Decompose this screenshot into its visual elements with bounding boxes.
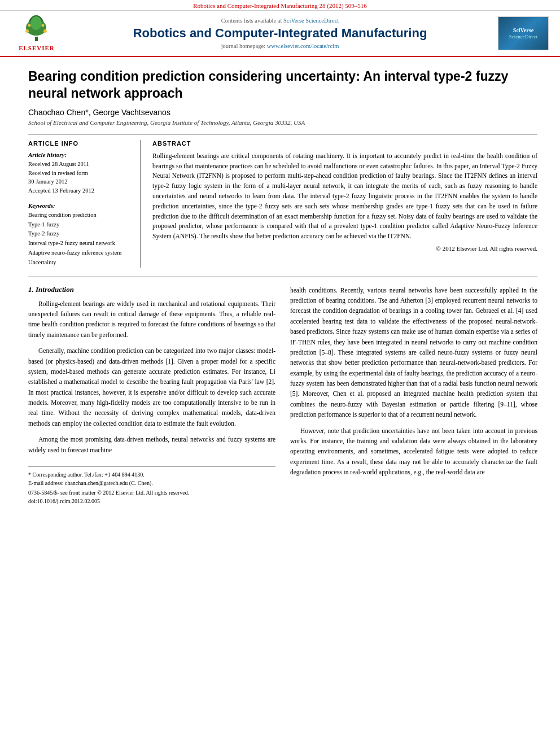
footnote-doi: doi:10.1016/j.rcim.2012.02.005 <box>28 498 275 504</box>
abstract-section: ABSTRACT Rolling-element bearings are cr… <box>152 140 537 268</box>
body-col-left: 1. Introduction Rolling-element bearings… <box>28 285 275 504</box>
svg-point-3 <box>30 16 42 30</box>
article-title: Bearing condition prediction considering… <box>28 68 537 102</box>
homepage-label: journal homepage: <box>221 43 265 49</box>
keywords-heading: Keywords: <box>28 202 133 209</box>
section1-number: 1. <box>28 285 34 294</box>
elsevier-logo-area: ELSEVIER <box>11 15 62 51</box>
elsevier-tree-icon <box>16 15 58 43</box>
footnote-issn: 0736-5845/$- see front matter © 2012 Els… <box>28 490 275 496</box>
article-meta-section: ARTICLE INFO Article history: Received 2… <box>28 134 537 268</box>
journal-header: ELSEVIER Contents lists available at Sci… <box>0 11 560 57</box>
copyright-line: © 2012 Elsevier Ltd. All rights reserved… <box>152 245 537 252</box>
journal-citation-bar: Robotics and Computer-Integrated Manufac… <box>0 0 560 11</box>
body-para-right-1: health conditions. Recently, various neu… <box>290 285 537 420</box>
authors-line: Chaochao Chen*, George Vachtsevanos <box>28 108 537 117</box>
elsevier-brand-label: ELSEVIER <box>19 45 55 51</box>
article-info-panel: ARTICLE INFO Article history: Received 2… <box>28 140 141 268</box>
sciencedirect-logo-inner: SciVerse ScienceDirect <box>509 27 537 41</box>
journal-citation-text: Robotics and Computer-Integrated Manufac… <box>193 2 367 9</box>
svg-rect-0 <box>35 37 38 41</box>
sciverse-availability: Contents lists available at SciVerse Sci… <box>62 18 498 24</box>
history-item-2: Received in revised form <box>28 169 133 178</box>
keyword-6: Uncertainty <box>28 258 133 268</box>
section1-label: Introduction <box>36 285 74 294</box>
body-para-right-2: However, note that prediction uncertaint… <box>290 426 537 478</box>
journal-title: Robotics and Computer-Integrated Manufac… <box>62 26 498 41</box>
article-info-heading: ARTICLE INFO <box>28 140 133 147</box>
keyword-1: Bearing condition prediction <box>28 211 133 220</box>
affiliation-line: School of Electrical and Computer Engine… <box>28 119 537 126</box>
body-two-col: 1. Introduction Rolling-element bearings… <box>28 285 537 504</box>
history-item-3: 30 January 2012 <box>28 177 133 186</box>
abstract-text: Rolling-element bearings are critical co… <box>152 151 537 242</box>
svg-point-4 <box>25 29 29 33</box>
footnote-email: E-mail address: chanchan.chen@gatech.edu… <box>28 479 275 487</box>
journal-homepage-line: journal homepage: www.elsevier.com/locat… <box>62 43 498 49</box>
sciverse-link[interactable]: SciVerse ScienceDirect <box>283 18 339 24</box>
keyword-2: Type-1 fuzzy <box>28 220 133 230</box>
history-item-4: Accepted 13 February 2012 <box>28 186 133 195</box>
footnote-corresponding: * Corresponding author. Tel./fax: +1 404… <box>28 470 275 479</box>
history-item-1: Received 28 August 2011 <box>28 160 133 169</box>
keyword-3: Type-2 fuzzy <box>28 229 133 239</box>
abstract-heading: ABSTRACT <box>152 140 537 147</box>
body-col-right: health conditions. Recently, various neu… <box>290 285 537 504</box>
section1-title: 1. Introduction <box>28 285 275 294</box>
svg-point-6 <box>28 24 30 27</box>
svg-point-5 <box>43 29 47 33</box>
keyword-4: Interval type-2 fuzzy neural network <box>28 239 133 248</box>
homepage-link[interactable]: www.elsevier.com/locate/rcim <box>267 43 339 49</box>
keyword-5: Adaptive neuro-fuzzy inference system <box>28 248 133 258</box>
keywords-list: Bearing condition prediction Type-1 fuzz… <box>28 211 133 268</box>
body-para-3: Among the most promising data-driven met… <box>28 434 275 455</box>
contents-available-text: Contents lists available at <box>221 18 282 24</box>
sciencedirect-logo: SciVerse ScienceDirect <box>498 16 549 50</box>
body-para-1: Rolling-element bearings are widely used… <box>28 299 275 340</box>
journal-center-info: Contents lists available at SciVerse Sci… <box>62 18 498 49</box>
footnote-area: * Corresponding author. Tel./fax: +1 404… <box>28 466 275 504</box>
history-heading: Article history: <box>28 151 133 158</box>
body-para-2: Generally, machine condition prediction … <box>28 346 275 429</box>
body-divider <box>28 277 537 277</box>
svg-point-7 <box>41 24 44 27</box>
paper-content: Bearing condition prediction considering… <box>0 57 560 516</box>
